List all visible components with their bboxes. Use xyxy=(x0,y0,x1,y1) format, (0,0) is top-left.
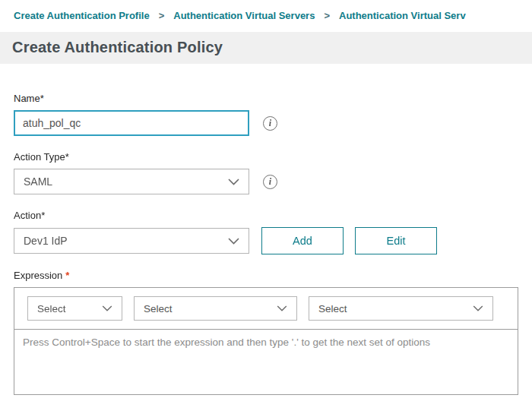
action-type-label-row: Action Type* xyxy=(14,151,518,163)
info-icon[interactable] xyxy=(263,116,277,131)
chevron-down-icon xyxy=(228,179,239,185)
expression-required-mark: * xyxy=(65,270,69,281)
name-control-row xyxy=(14,110,518,136)
chevron-down-icon xyxy=(473,305,483,311)
name-field: Name* xyxy=(14,93,518,136)
action-type-select-value: SAML xyxy=(24,175,52,188)
action-type-required-mark: * xyxy=(65,151,69,163)
expression-editor: Select Select Select xyxy=(14,287,518,395)
breadcrumb-link-authentication-virtual-servers-2[interactable]: Authentication Virtual Serv xyxy=(339,10,466,21)
name-required-mark: * xyxy=(40,93,44,104)
expression-label: Expression xyxy=(14,270,62,281)
expression-select-3-value: Select xyxy=(318,303,347,314)
expression-textarea[interactable] xyxy=(14,329,518,394)
expression-select-2[interactable]: Select xyxy=(134,296,297,321)
create-authentication-policy-page: Create Authentication Profile > Authenti… xyxy=(0,0,532,395)
action-type-select[interactable]: SAML xyxy=(14,169,249,194)
action-type-label: Action Type xyxy=(14,151,65,163)
action-control-row: Dev1 IdP Add Edit xyxy=(14,227,518,254)
expression-field: Expression* Select Select xyxy=(14,270,518,395)
breadcrumb-link-authentication-virtual-servers[interactable]: Authentication Virtual Servers xyxy=(173,10,315,21)
expression-label-row: Expression* xyxy=(14,270,518,281)
expression-select-1[interactable]: Select xyxy=(27,296,122,321)
expression-select-2-value: Select xyxy=(144,303,173,314)
add-button[interactable]: Add xyxy=(261,227,344,254)
breadcrumb-link-create-authentication-profile[interactable]: Create Authentication Profile xyxy=(14,10,150,21)
name-input[interactable] xyxy=(14,110,249,136)
expression-select-1-value: Select xyxy=(37,303,66,314)
expression-select-3[interactable]: Select xyxy=(309,296,493,321)
expression-toolbar: Select Select Select xyxy=(14,288,518,329)
chevron-down-icon xyxy=(228,238,239,245)
page-title: Create Authentication Policy xyxy=(12,39,520,56)
name-label: Name xyxy=(14,93,40,104)
authentication-policy-form: Name* Action Type* SAML xyxy=(0,64,532,395)
chevron-down-icon xyxy=(277,305,287,311)
info-icon[interactable] xyxy=(263,175,277,189)
edit-button[interactable]: Edit xyxy=(355,227,437,254)
action-label: Action xyxy=(14,210,41,221)
breadcrumb-separator-icon: > xyxy=(159,10,165,21)
action-required-mark: * xyxy=(41,210,45,221)
breadcrumb-separator-icon: > xyxy=(324,10,330,21)
page-header: Create Authentication Policy xyxy=(0,32,532,64)
breadcrumb: Create Authentication Profile > Authenti… xyxy=(0,0,532,32)
name-label-row: Name* xyxy=(14,93,518,104)
action-type-field: Action Type* SAML xyxy=(14,151,518,194)
action-label-row: Action* xyxy=(14,210,518,221)
chevron-down-icon xyxy=(102,305,112,311)
action-field: Action* Dev1 IdP Add Edit xyxy=(14,210,518,254)
action-select-value: Dev1 IdP xyxy=(24,235,68,247)
action-select[interactable]: Dev1 IdP xyxy=(14,228,249,254)
action-type-control-row: SAML xyxy=(14,169,518,194)
